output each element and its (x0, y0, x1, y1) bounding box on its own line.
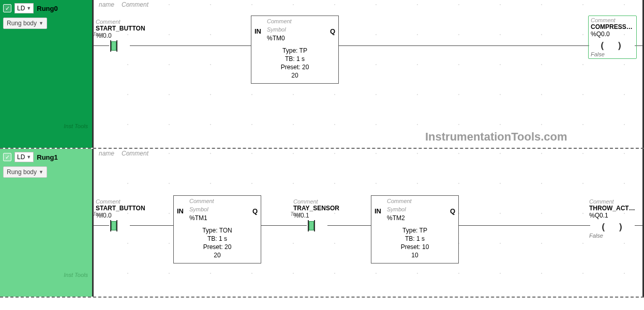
contact-start-button[interactable]: Comment START_BUTTON %I0.0 True (96, 198, 132, 233)
coil-compression[interactable]: Comment COMPRESSION %Q0.0 ( ) False (588, 16, 637, 59)
rail-segment (130, 225, 173, 226)
rung-body-label: Rung body (7, 168, 37, 176)
chevron-down-icon: ▼ (26, 154, 31, 160)
comment-label: Comment (589, 198, 638, 205)
rung-body-label: Rung body (7, 20, 37, 27)
comment-label: Comment (96, 198, 132, 205)
coil-name: THROW_ACTU... (589, 205, 638, 212)
pin-in: IN (254, 27, 261, 35)
contact-state: True (93, 211, 104, 217)
block-value: 10 (371, 252, 458, 259)
header-name-label: name (99, 150, 114, 157)
block-type: Type: TON (174, 227, 261, 234)
rung-body-selector[interactable]: Rung body ▼ (3, 18, 47, 29)
block-comment: Comment (267, 18, 292, 24)
comment-label: Comment (591, 17, 634, 23)
block-comment: Comment (189, 198, 214, 204)
block-preset: Preset: 10 (371, 243, 458, 251)
canvas-header: name Comment (99, 150, 148, 157)
rail-segment (339, 45, 589, 46)
rung-body-selector[interactable]: Rung body ▼ (3, 166, 47, 178)
rung-sidebar: ✓ LD ▼ Rung0 Rung body ▼ Inst Tools (0, 0, 92, 148)
rail-segment (327, 225, 371, 226)
language-label: LD (17, 153, 25, 161)
comment-label: Comment (293, 198, 330, 205)
rung-enabled-checkbox[interactable]: ✓ (3, 4, 11, 12)
pin-in: IN (375, 207, 381, 215)
header-comment-label: Comment (122, 1, 148, 8)
contact-icon (96, 220, 132, 233)
rung-0: ✓ LD ▼ Rung0 Rung body ▼ Inst Tools name… (0, 0, 644, 149)
timer-block-tm2[interactable]: IN Q Comment Symbol %TM2 Type: TP TB: 1 … (371, 195, 459, 264)
block-address: %TM1 (189, 214, 207, 222)
coil-icon: ( ) (589, 220, 638, 234)
timer-block-tm0[interactable]: IN Q Comment Symbol %TM0 Type: TP TB: 1 … (251, 16, 339, 84)
block-address: %TM2 (387, 214, 405, 222)
timer-block-tm1[interactable]: IN Q Comment Symbol %TM1 Type: TON TB: 1… (173, 195, 261, 264)
contact-state: True (290, 211, 302, 217)
block-address: %TM0 (267, 35, 285, 42)
language-selector[interactable]: LD ▼ (14, 152, 34, 162)
block-type: Type: TP (371, 227, 458, 234)
rung-1: ✓ LD ▼ Rung1 Rung body ▼ Inst Tools name… (0, 149, 644, 298)
pin-in: IN (177, 207, 184, 215)
block-timebase: TB: 1 s (371, 235, 458, 242)
rung-name[interactable]: Rung1 (37, 153, 57, 161)
block-preset: Preset: 20 (251, 64, 338, 71)
language-selector[interactable]: LD ▼ (14, 3, 34, 13)
rung-enabled-checkbox[interactable]: ✓ (3, 153, 11, 161)
block-comment: Comment (387, 198, 412, 204)
chevron-down-icon: ▼ (26, 6, 31, 11)
language-label: LD (17, 5, 25, 12)
ladder-canvas[interactable]: name Comment Comment START_BUTTON %I0.0 … (92, 0, 644, 148)
chevron-down-icon: ▼ (39, 169, 43, 175)
block-symbol: Symbol (189, 206, 208, 212)
coil-address: %Q0.1 (589, 212, 638, 219)
header-name-label: name (99, 1, 114, 8)
block-value: 20 (251, 72, 338, 79)
header-comment-label: Comment (122, 150, 148, 157)
comment-label: Comment (96, 19, 132, 25)
coil-state: False (591, 51, 634, 57)
block-timebase: TB: 1 s (174, 235, 261, 242)
block-value: 20 (174, 252, 261, 259)
rung-name[interactable]: Rung0 (37, 5, 57, 12)
rail-segment (459, 225, 590, 226)
block-symbol: Symbol (267, 26, 286, 33)
block-type: Type: TP (251, 47, 338, 54)
chevron-down-icon: ▼ (39, 21, 43, 26)
coil-throw-actuator[interactable]: Comment THROW_ACTU... %Q0.1 ( ) False (589, 198, 638, 239)
canvas-header: name Comment (99, 1, 148, 8)
pin-q: Q (330, 27, 335, 35)
rail-segment (130, 45, 251, 46)
coil-address: %Q0.0 (591, 30, 634, 38)
contact-start-button[interactable]: Comment START_BUTTON %I0.0 True (96, 19, 132, 53)
block-symbol: Symbol (387, 206, 406, 212)
pin-q: Q (252, 207, 258, 215)
block-timebase: TB: 1 s (251, 55, 338, 63)
coil-state: False (589, 233, 638, 239)
rung-sidebar: ✓ LD ▼ Rung1 Rung body ▼ Inst Tools (0, 149, 92, 297)
ladder-canvas[interactable]: name Comment Comment START_BUTTON %I0.0 … (92, 149, 644, 297)
pin-q: Q (450, 207, 455, 215)
sidebar-watermark: Inst Tools (64, 123, 88, 129)
contact-icon (96, 40, 132, 53)
contact-tray-sensor[interactable]: Comment TRAY_SENSOR %I0.1 True (293, 198, 330, 233)
sidebar-watermark: Inst Tools (64, 272, 88, 278)
contact-state: True (93, 31, 104, 37)
coil-icon: ( ) (591, 39, 634, 52)
block-preset: Preset: 20 (174, 243, 261, 251)
contact-icon (293, 220, 330, 233)
coil-name: COMPRESSION (591, 23, 634, 30)
